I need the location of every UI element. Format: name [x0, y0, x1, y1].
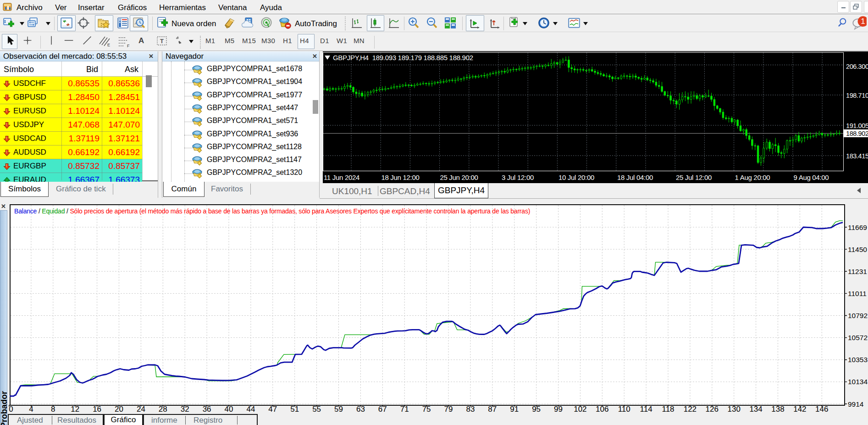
svg-text:10353: 10353 [848, 356, 868, 363]
svg-text:1 Aug 20:00: 1 Aug 20:00 [735, 173, 770, 181]
svg-text:9914: 9914 [848, 400, 864, 408]
svg-text:11669: 11669 [848, 224, 867, 231]
svg-text:1: 1 [861, 17, 865, 26]
svg-text:25 Jul 12:00: 25 Jul 12:00 [676, 173, 712, 181]
svg-text:10134: 10134 [848, 378, 868, 386]
svg-text:9 Aug 04:00: 9 Aug 04:00 [794, 173, 829, 181]
svg-text:E: E [107, 43, 110, 47]
svg-text:11 Jun 2024: 11 Jun 2024 [324, 173, 359, 181]
svg-text:10572: 10572 [848, 334, 868, 341]
svg-text:11231: 11231 [848, 268, 867, 275]
svg-text:F: F [127, 44, 130, 48]
svg-text:183.415: 183.415 [846, 152, 868, 160]
svg-text:206.300: 206.300 [846, 63, 868, 70]
svg-text:198.710: 198.710 [846, 92, 868, 99]
svg-text:18 Jun 12:00: 18 Jun 12:00 [381, 173, 419, 181]
svg-text:25 Jun 20:00: 25 Jun 20:00 [440, 173, 478, 181]
svg-text:10792: 10792 [848, 312, 868, 319]
svg-text:11011: 11011 [848, 290, 867, 297]
svg-text:188.902: 188.902 [846, 130, 868, 137]
svg-text:10 Jul 20:00: 10 Jul 20:00 [558, 173, 594, 181]
svg-text:18 Jul 04:00: 18 Jul 04:00 [617, 173, 653, 181]
svg-text:T: T [160, 38, 164, 45]
svg-text:3 Jul 12:00: 3 Jul 12:00 [502, 173, 534, 181]
svg-text:11450: 11450 [848, 246, 867, 253]
svg-text:191.005: 191.005 [846, 122, 868, 129]
svg-text:GBPJPY,H4 189.093 189.179 188: GBPJPY,H4 189.093 189.179 188.885 188.90… [333, 54, 473, 62]
